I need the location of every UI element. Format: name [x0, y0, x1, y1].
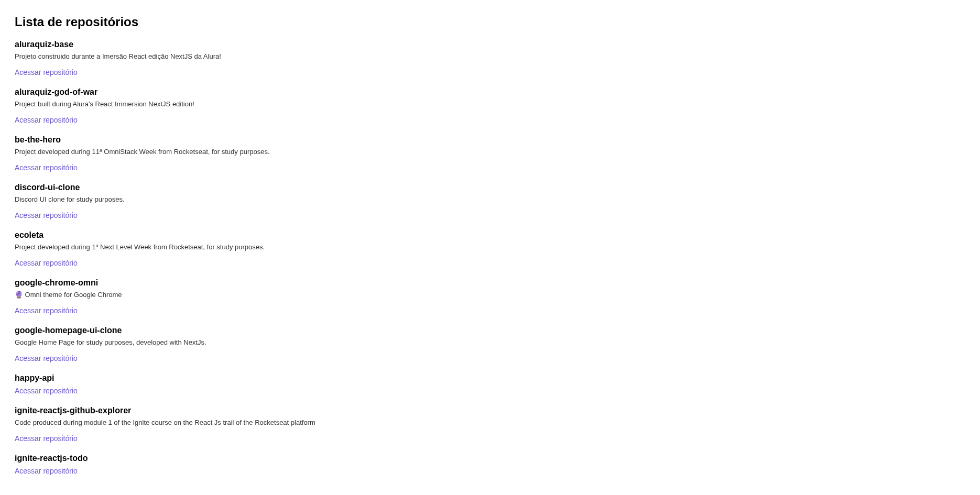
repository-description: Discord UI clone for study purposes.: [15, 195, 965, 203]
repository-item: ignite-reactjs-github-explorerCode produ…: [15, 406, 965, 443]
repository-name: ignite-reactjs-todo: [15, 454, 965, 463]
repository-name: aluraquiz-base: [15, 40, 965, 49]
repository-name: be-the-hero: [15, 135, 965, 145]
access-repository-link[interactable]: Acessar repositório: [15, 354, 78, 362]
access-repository-link[interactable]: Acessar repositório: [15, 163, 78, 172]
repository-name: ignite-reactjs-github-explorer: [15, 406, 965, 415]
repository-description: 🔮 Omni theme for Google Chrome: [15, 291, 965, 299]
repository-item: happy-apiAcessar repositório: [15, 373, 965, 395]
repository-name: ecoleta: [15, 230, 965, 240]
repository-item: google-homepage-ui-cloneGoogle Home Page…: [15, 326, 965, 363]
repository-item: aluraquiz-baseProjeto construido durante…: [15, 40, 965, 77]
repository-list: aluraquiz-baseProjeto construido durante…: [15, 40, 965, 476]
repository-item: ecoletaProject developed during 1ª Next …: [15, 230, 965, 268]
repository-item: ignite-reactjs-todoAcessar repositório: [15, 454, 965, 476]
repository-item: google-chrome-omni🔮 Omni theme for Googl…: [15, 278, 965, 315]
repository-name: happy-api: [15, 373, 965, 383]
access-repository-link[interactable]: Acessar repositório: [15, 434, 78, 443]
access-repository-link[interactable]: Acessar repositório: [15, 387, 78, 395]
access-repository-link[interactable]: Acessar repositório: [15, 116, 78, 124]
repository-description: Project developed during 1ª Next Level W…: [15, 243, 965, 251]
access-repository-link[interactable]: Acessar repositório: [15, 467, 78, 475]
repository-item: discord-ui-cloneDiscord UI clone for stu…: [15, 183, 965, 220]
repository-name: aluraquiz-god-of-war: [15, 87, 965, 97]
repository-item: be-the-heroProject developed during 11ª …: [15, 135, 965, 172]
repository-description: Google Home Page for study purposes, dev…: [15, 338, 965, 346]
repository-item: aluraquiz-god-of-warProject built during…: [15, 87, 965, 125]
access-repository-link[interactable]: Acessar repositório: [15, 259, 78, 267]
page-title: Lista de repositórios: [15, 15, 965, 29]
repository-description: Project built during Alura's React Immer…: [15, 100, 965, 108]
repository-description: Project developed during 11ª OmniStack W…: [15, 148, 965, 156]
repository-name: google-homepage-ui-clone: [15, 326, 965, 335]
repository-name: discord-ui-clone: [15, 183, 965, 192]
repository-description: Code produced during module 1 of the Ign…: [15, 419, 965, 426]
repository-description: Projeto construido durante a Imersão Rea…: [15, 52, 965, 60]
access-repository-link[interactable]: Acessar repositório: [15, 68, 78, 76]
access-repository-link[interactable]: Acessar repositório: [15, 211, 78, 219]
access-repository-link[interactable]: Acessar repositório: [15, 306, 78, 315]
repository-name: google-chrome-omni: [15, 278, 965, 288]
